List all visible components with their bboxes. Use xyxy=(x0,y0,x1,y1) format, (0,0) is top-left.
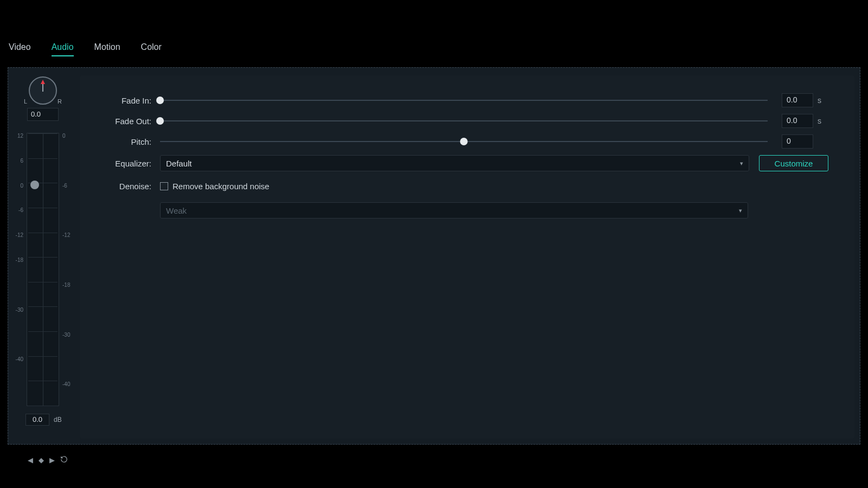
audio-controls: Fade In: 0.0 s Fade Out: 0.0 s Pitch: 0 … xyxy=(80,75,854,439)
pitch-row: Pitch: 0 xyxy=(97,132,828,151)
denoise-row: Denoise: Remove background noise xyxy=(97,177,828,195)
meter-tick: -12 xyxy=(62,232,72,238)
fade-in-value-input[interactable]: 0.0 xyxy=(782,93,813,107)
pitch-slider[interactable] xyxy=(160,141,768,142)
gain-unit-label: dB xyxy=(54,416,62,423)
add-keyframe-icon[interactable]: ◆ xyxy=(39,456,44,464)
meter-track[interactable] xyxy=(27,133,59,406)
fade-out-value-input[interactable]: 0.0 xyxy=(782,114,813,128)
level-meter: 1260-6-12-18-30-40 0-6-12-18-30-40 xyxy=(12,133,73,406)
prev-keyframe-icon[interactable]: ◀ xyxy=(28,456,33,464)
left-column: L R 0.0 1260-6-12-18-30-40 0-6-12-18-30-… xyxy=(12,73,73,439)
next-keyframe-icon[interactable]: ▶ xyxy=(49,456,55,464)
meter-handle[interactable] xyxy=(30,181,39,189)
fade-in-row: Fade In: 0.0 s xyxy=(97,91,828,110)
equalizer-selected: Default xyxy=(166,159,192,168)
meter-tick: -12 xyxy=(14,232,23,238)
customize-button[interactable]: Customize xyxy=(759,155,828,171)
balance-value-input[interactable]: 0.0 xyxy=(27,108,59,121)
fade-in-slider[interactable] xyxy=(160,100,768,101)
denoise-checkbox-label: Remove background noise xyxy=(173,182,269,191)
meter-tick: -30 xyxy=(14,307,23,313)
tab-color[interactable]: Color xyxy=(141,42,162,56)
denoise-level-selected: Weak xyxy=(166,206,187,215)
denoise-label: Denoise: xyxy=(97,182,151,191)
fade-out-thumb[interactable] xyxy=(156,117,164,125)
tab-audio[interactable]: Audio xyxy=(52,42,74,56)
chevron-down-icon: ▾ xyxy=(739,207,742,214)
meter-tick: 0 xyxy=(62,133,72,139)
denoise-checkbox-row: Remove background noise xyxy=(160,182,828,191)
reset-icon[interactable] xyxy=(60,455,68,465)
pitch-thumb[interactable] xyxy=(460,138,468,145)
knob-line-icon xyxy=(42,84,43,92)
meter-tick: -6 xyxy=(62,183,72,189)
meter-tick: -18 xyxy=(14,257,23,263)
fade-out-label: Fade Out: xyxy=(97,117,151,126)
fade-out-row: Fade Out: 0.0 s xyxy=(97,111,828,131)
meter-center-line xyxy=(43,133,43,406)
balance-knob[interactable] xyxy=(28,76,58,107)
meter-tick: -40 xyxy=(62,381,72,387)
fade-in-thumb[interactable] xyxy=(156,97,164,104)
gain-value-input[interactable]: 0.0 xyxy=(25,414,49,426)
gain-row: 0.0 dB xyxy=(25,414,62,426)
pitch-value-input[interactable]: 0 xyxy=(782,134,813,149)
fade-in-unit: s xyxy=(818,96,828,105)
tab-motion[interactable]: Motion xyxy=(94,42,120,56)
balance-left-label: L xyxy=(24,98,27,105)
meter-tick: 0 xyxy=(14,183,23,189)
fade-out-slider[interactable] xyxy=(160,120,768,121)
denoise-level-select[interactable]: Weak ▾ xyxy=(160,202,748,219)
fade-out-unit: s xyxy=(818,117,828,125)
fade-in-label: Fade In: xyxy=(97,96,151,105)
knob-pointer-icon xyxy=(41,80,45,84)
meter-left-scale: 1260-6-12-18-30-40 xyxy=(14,133,23,406)
equalizer-select[interactable]: Default ▾ xyxy=(160,155,749,171)
meter-tick: 12 xyxy=(14,133,23,139)
audio-panel: L R 0.0 1260-6-12-18-30-40 0-6-12-18-30-… xyxy=(8,67,860,445)
tab-video[interactable]: Video xyxy=(9,42,31,56)
meter-right-scale: 0-6-12-18-30-40 xyxy=(62,133,72,406)
tab-bar: Video Audio Motion Color xyxy=(9,42,162,56)
equalizer-label: Equalizer: xyxy=(97,159,151,168)
denoise-level-row: Weak ▾ xyxy=(97,202,828,219)
equalizer-row: Equalizer: Default ▾ Customize xyxy=(97,152,828,174)
meter-tick: -30 xyxy=(62,332,72,338)
denoise-checkbox[interactable] xyxy=(160,182,168,190)
meter-tick: 6 xyxy=(14,158,23,164)
meter-tick: -6 xyxy=(14,207,23,213)
meter-tick: -40 xyxy=(14,356,23,362)
meter-tick: -18 xyxy=(62,282,72,288)
chevron-down-icon: ▾ xyxy=(740,160,743,167)
pitch-label: Pitch: xyxy=(97,137,151,146)
balance-right-label: R xyxy=(58,98,62,105)
keyframe-controls: ◀ ◆ ▶ xyxy=(28,455,68,465)
